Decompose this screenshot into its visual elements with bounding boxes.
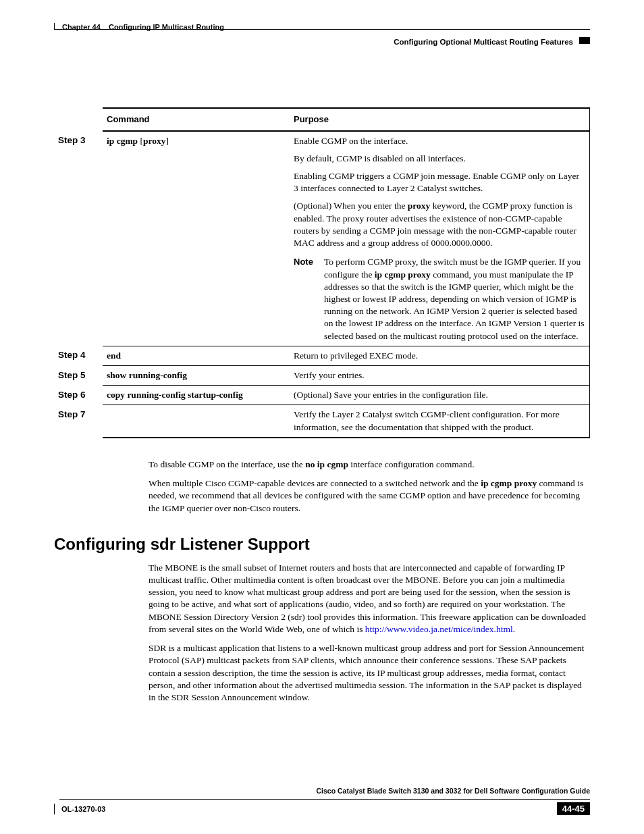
page-footer: Cisco Catalyst Blade Switch 3130 and 303… (54, 787, 590, 815)
chapter-number: Chapter 44 (62, 23, 101, 31)
table-row: Step 4 end Return to privileged EXEC mod… (54, 346, 590, 365)
body-text: To disable CGMP on the interface, use th… (149, 459, 590, 515)
page-number: 44-45 (557, 802, 590, 815)
page-header: Chapter 44 Configuring IP Multicast Rout… (54, 23, 590, 60)
section-heading: Configuring sdr Listener Support (54, 535, 590, 554)
purpose-cell: Verify your entries. (290, 366, 590, 386)
page: Chapter 44 Configuring IP Multicast Rout… (0, 0, 644, 834)
chapter-crumb: Chapter 44 Configuring IP Multicast Rout… (62, 23, 224, 31)
command-table: Command Purpose Step 3 ip cgmp [proxy] E… (54, 107, 590, 438)
cmd-cell: end (103, 346, 290, 365)
section-subhead: Configuring Optional Multicast Routing F… (394, 38, 573, 46)
note-text: To perform CGMP proxy, the switch must b… (324, 256, 585, 342)
purpose-cell: Verify the Layer 2 Catalyst switch CGMP-… (290, 405, 590, 438)
cmd-cell: show running-config (103, 366, 290, 386)
doc-number: OL-13270-03 (54, 804, 105, 814)
chapter-title: Configuring IP Multicast Routing (109, 23, 224, 31)
note-box: Note To perform CGMP proxy, the switch m… (294, 255, 585, 342)
th-command: Command (103, 108, 290, 131)
table-row: Step 7 Verify the Layer 2 Catalyst switc… (54, 405, 590, 438)
step-label: Step 6 (54, 386, 103, 405)
cmd-cell: copy running-config startup-config (103, 386, 290, 405)
cmd-cell (103, 405, 290, 438)
cmd-cell: ip cgmp [proxy] (103, 131, 290, 346)
table-row: Step 3 ip cgmp [proxy] Enable CGMP on th… (54, 131, 590, 346)
table-row: Step 6 copy running-config startup-confi… (54, 386, 590, 405)
step-label: Step 5 (54, 366, 103, 386)
purpose-cell: (Optional) Save your entries in the conf… (290, 386, 590, 405)
footer-rule (59, 799, 590, 800)
note-label: Note (294, 256, 313, 342)
purpose-cell: Return to privileged EXEC mode. (290, 346, 590, 365)
table-row: Step 5 show running-config Verify your e… (54, 366, 590, 386)
step-label: Step 3 (54, 131, 103, 346)
footer-title: Cisco Catalyst Blade Switch 3130 and 303… (54, 787, 590, 795)
step-label: Step 7 (54, 405, 103, 438)
body-text: The MBONE is the small subset of Interne… (149, 562, 590, 704)
header-tick (54, 23, 55, 29)
external-link[interactable]: http://www.video.ja.net/mice/index.html (365, 624, 513, 634)
purpose-cell: Enable CGMP on the interface. By default… (290, 131, 590, 346)
header-mark-icon (579, 37, 590, 44)
th-purpose: Purpose (290, 108, 590, 131)
step-label: Step 4 (54, 346, 103, 365)
